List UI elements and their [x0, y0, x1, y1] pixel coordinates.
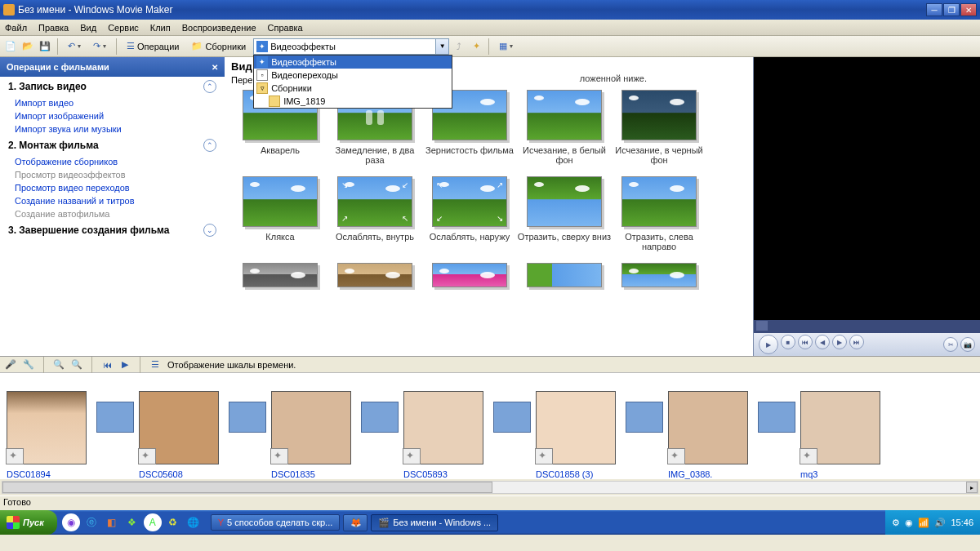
timeline-label[interactable]: Отображение шкалы времени.: [167, 360, 296, 370]
transition-slot[interactable]: [361, 402, 399, 433]
storyboard[interactable]: DSC01894DSC05608DSC01835DSC05893DSC01858…: [0, 373, 980, 479]
effect-item[interactable]: [517, 263, 612, 292]
combo-arrow[interactable]: ▼: [435, 39, 448, 54]
collection-combo[interactable]: ✦ Видеоэффекты ▼ ✦Видеоэффекты ▫Видеопер…: [253, 38, 449, 55]
transition-slot[interactable]: [758, 402, 795, 433]
section-capture[interactable]: 1. Запись видео⌃: [0, 77, 225, 96]
task-pane-close[interactable]: ✕: [212, 63, 218, 72]
redo-button[interactable]: ↷▾: [88, 39, 111, 53]
new-icon[interactable]: 📄: [3, 39, 18, 54]
menu-file[interactable]: Файл: [5, 23, 27, 33]
tray-icon[interactable]: ◉: [905, 518, 913, 528]
storyboard-clip[interactable]: IMG_0388.: [668, 391, 748, 464]
zoom-in-icon[interactable]: 🔍: [53, 359, 65, 371]
dropdown-item-collections[interactable]: ▿Сборники: [254, 82, 452, 95]
ql-icon[interactable]: ♻: [164, 513, 182, 531]
play-timeline-icon[interactable]: ▶: [119, 359, 131, 371]
menu-play[interactable]: Воспроизведение: [182, 23, 256, 33]
effect-item[interactable]: Отразить, сверху вниз: [517, 176, 612, 251]
link-show-collections[interactable]: Отображение сборников: [0, 155, 225, 168]
collapse-icon[interactable]: ⌃: [203, 80, 216, 93]
link-titles[interactable]: Создание названий и титров: [0, 194, 225, 207]
transition-slot[interactable]: [626, 402, 663, 433]
minimize-button[interactable]: ─: [926, 3, 942, 16]
tray-icon[interactable]: ⚙: [892, 518, 900, 528]
transition-slot[interactable]: [493, 402, 531, 433]
ql-icon[interactable]: A: [144, 513, 162, 531]
ql-icon[interactable]: ◧: [103, 513, 121, 531]
effect-item[interactable]: ↖↗↘↙Ослаблять, наружу: [422, 176, 517, 251]
transition-slot[interactable]: [229, 402, 266, 433]
view-button[interactable]: ▦▾: [494, 39, 518, 53]
link-import-images[interactable]: Импорт изображений: [0, 109, 225, 122]
next-button[interactable]: ⏭: [849, 335, 864, 349]
storyboard-clip[interactable]: DSC01894: [7, 391, 87, 464]
section-finish[interactable]: 3. Завершение создания фильма⌄: [0, 220, 225, 240]
undo-button[interactable]: ↶▾: [63, 39, 86, 53]
link-view-transitions[interactable]: Просмотр видео переходов: [0, 181, 225, 194]
collapse-icon[interactable]: ⌃: [203, 139, 216, 152]
restore-button[interactable]: ❐: [943, 3, 960, 16]
collections-button[interactable]: 📁Сборники: [186, 39, 251, 53]
stop-button[interactable]: ■: [781, 335, 795, 349]
tray-network-icon[interactable]: 📶: [918, 518, 929, 528]
effect-item[interactable]: Исчезание, в черный фон: [612, 90, 706, 165]
effect-item[interactable]: [233, 263, 327, 292]
split-button[interactable]: ✂: [943, 337, 958, 352]
open-icon[interactable]: 📂: [20, 39, 35, 54]
save-icon[interactable]: 💾: [38, 39, 52, 54]
menu-help[interactable]: Справка: [268, 23, 303, 33]
menu-tools[interactable]: Сервис: [108, 23, 139, 33]
prev-button[interactable]: ⏮: [798, 335, 813, 349]
close-button[interactable]: ✕: [960, 3, 977, 16]
zoom-out-icon[interactable]: 🔍: [71, 359, 82, 371]
dropdown-item-effects[interactable]: ✦Видеоэффекты: [254, 56, 452, 69]
storyboard-clip[interactable]: DSC01835: [271, 391, 351, 464]
clock[interactable]: 15:46: [951, 518, 973, 527]
tasks-button[interactable]: ☰Операции: [122, 39, 184, 53]
dropdown-item-img[interactable]: IMG_1819: [254, 95, 452, 108]
effect-item[interactable]: [327, 263, 422, 292]
transition-slot[interactable]: [96, 402, 134, 433]
effect-item[interactable]: [422, 263, 517, 292]
taskbar-task[interactable]: Y5 способов сделать скр...: [211, 514, 341, 531]
link-import-video[interactable]: Импорт видео: [0, 96, 225, 109]
snapshot-icon[interactable]: [756, 321, 768, 331]
play-button[interactable]: ▶: [759, 335, 778, 354]
ql-chrome-icon[interactable]: 🌐: [185, 513, 203, 531]
storyboard-clip[interactable]: mq3: [800, 391, 880, 464]
ql-ie-icon[interactable]: ⓔ: [82, 513, 100, 531]
menu-edit[interactable]: Правка: [38, 23, 69, 33]
link-import-audio[interactable]: Импорт звука или музыки: [0, 122, 225, 136]
rewind-icon[interactable]: ⏮: [101, 359, 113, 371]
section-edit[interactable]: 2. Монтаж фильма⌃: [0, 136, 225, 155]
audio-levels-icon[interactable]: 🔧: [23, 359, 34, 371]
effect-item[interactable]: ↘↙↖↗Ослаблять, внутрь: [327, 176, 422, 251]
storyboard-clip[interactable]: DSC01858 (3): [536, 391, 616, 464]
menu-clip[interactable]: Клип: [150, 23, 171, 33]
taskbar-task-active[interactable]: 🎬Без имени - Windows ...: [371, 514, 498, 531]
timeline-view-icon[interactable]: ☰: [149, 359, 161, 371]
up-icon[interactable]: ⤴: [452, 39, 466, 54]
storyboard-clip[interactable]: DSC05893: [403, 391, 483, 464]
effect-item[interactable]: [612, 263, 706, 292]
start-button[interactable]: Пуск: [0, 510, 57, 535]
narrate-icon[interactable]: 🎤: [5, 359, 16, 371]
ql-icon[interactable]: ◉: [62, 513, 80, 531]
taskbar-task[interactable]: 🦊: [343, 514, 368, 531]
menu-view[interactable]: Вид: [80, 23, 96, 33]
dropdown-item-transitions[interactable]: ▫Видеопереходы: [254, 69, 452, 82]
effect-item[interactable]: Исчезание, в белый фон: [517, 90, 612, 165]
storyboard-clip[interactable]: DSC05608: [139, 391, 219, 464]
fwd-button[interactable]: ▶: [832, 335, 847, 349]
effect-item[interactable]: Клякса: [233, 176, 327, 251]
expand-icon[interactable]: ⌄: [203, 224, 216, 237]
scroll-right[interactable]: ▸: [966, 482, 978, 493]
scroll-thumb[interactable]: [2, 482, 492, 493]
effect-item[interactable]: Отразить, слева направо: [612, 176, 706, 251]
timeline-scrollbar[interactable]: ◂ ▸: [2, 481, 978, 494]
tray-volume-icon[interactable]: 🔊: [934, 518, 946, 528]
new-folder-icon[interactable]: ✦: [469, 39, 483, 54]
snapshot-button[interactable]: 📷: [960, 337, 975, 352]
ql-icon[interactable]: ❖: [123, 513, 141, 531]
